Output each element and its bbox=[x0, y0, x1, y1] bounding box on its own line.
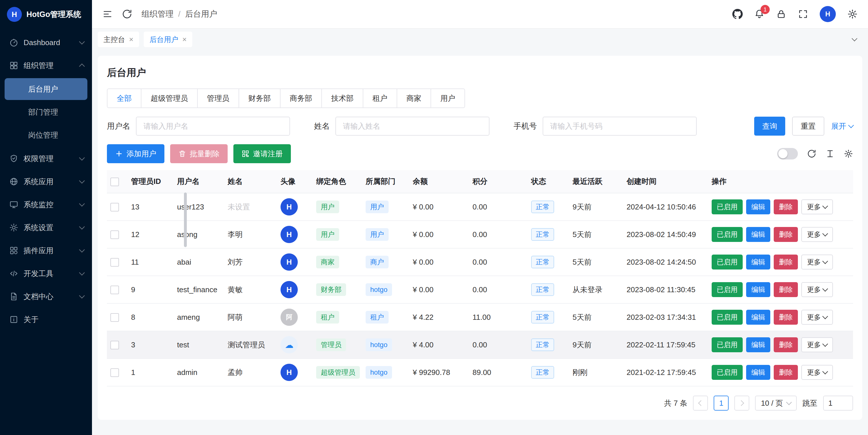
reset-button[interactable]: 重置 bbox=[792, 117, 824, 135]
delete-button[interactable]: 删除 bbox=[774, 365, 798, 380]
sidebar-item-positions[interactable]: 岗位管理 bbox=[5, 124, 87, 146]
sidebar-item-settings[interactable]: 系统设置 bbox=[0, 216, 92, 239]
invite-register-button[interactable]: 邀请注册 bbox=[234, 144, 291, 163]
row-checkbox[interactable] bbox=[111, 286, 119, 294]
row-checkbox[interactable] bbox=[111, 203, 119, 212]
delete-button[interactable]: 删除 bbox=[774, 227, 798, 242]
sidebar-item-monitoring[interactable]: 系统监控 bbox=[0, 193, 92, 216]
more-button[interactable]: 更多 bbox=[801, 365, 833, 380]
sidebar-item-departments[interactable]: 部门管理 bbox=[5, 101, 87, 123]
breadcrumb-item[interactable]: 后台用户 bbox=[185, 9, 217, 20]
notification-bell-icon[interactable]: 1 bbox=[754, 9, 765, 19]
delete-button[interactable]: 删除 bbox=[774, 282, 798, 297]
expand-link[interactable]: 展开 bbox=[831, 121, 853, 131]
more-button[interactable]: 更多 bbox=[801, 199, 833, 214]
role-tab-business[interactable]: 商务部 bbox=[280, 89, 322, 108]
sidebar-item-system-apps[interactable]: 系统应用 bbox=[0, 170, 92, 193]
breadcrumb-item[interactable]: 组织管理 bbox=[142, 9, 174, 20]
row-checkbox[interactable] bbox=[111, 368, 119, 377]
batch-delete-button[interactable]: 批量删除 bbox=[170, 144, 228, 163]
more-button[interactable]: 更多 bbox=[801, 337, 833, 352]
cell-name: 刘芳 bbox=[224, 248, 277, 276]
enabled-button[interactable]: 已启用 bbox=[712, 337, 743, 352]
cell-balance: ¥ 0.00 bbox=[409, 276, 469, 303]
role-tab-admin[interactable]: 管理员 bbox=[197, 89, 239, 108]
delete-button[interactable]: 删除 bbox=[774, 310, 798, 325]
enabled-button[interactable]: 已启用 bbox=[712, 282, 743, 297]
row-checkbox[interactable] bbox=[111, 230, 119, 239]
notification-badge: 1 bbox=[761, 5, 770, 14]
edit-button[interactable]: 编辑 bbox=[746, 282, 770, 297]
sidebar-item-about[interactable]: 关于 bbox=[0, 308, 92, 331]
role-tab-merchant[interactable]: 商家 bbox=[397, 89, 431, 108]
more-button[interactable]: 更多 bbox=[801, 254, 833, 270]
username-input[interactable] bbox=[136, 117, 290, 135]
github-icon[interactable] bbox=[732, 9, 743, 19]
sidebar-item-org[interactable]: 组织管理 bbox=[0, 54, 92, 77]
close-icon[interactable]: × bbox=[182, 36, 187, 43]
prev-page-button[interactable] bbox=[693, 396, 708, 411]
menu-collapse-icon[interactable] bbox=[102, 9, 113, 19]
role-tab-user[interactable]: 用户 bbox=[431, 89, 465, 108]
role-tab-tech[interactable]: 技术部 bbox=[321, 89, 363, 108]
column-header: 头像 bbox=[277, 170, 313, 193]
enabled-button[interactable]: 已启用 bbox=[712, 199, 743, 214]
density-icon[interactable] bbox=[826, 149, 835, 158]
phone-input[interactable] bbox=[542, 117, 697, 135]
close-icon[interactable]: × bbox=[129, 36, 133, 43]
sidebar-item-dev-tools[interactable]: 开发工具 bbox=[0, 262, 92, 285]
tab-backend-users[interactable]: 后台用户 × bbox=[144, 32, 192, 47]
cell-points: 89.00 bbox=[469, 359, 528, 386]
add-user-button[interactable]: 添加用户 bbox=[107, 144, 164, 163]
enabled-button[interactable]: 已启用 bbox=[712, 365, 743, 380]
reload-table-icon[interactable] bbox=[807, 149, 816, 158]
select-all-checkbox[interactable] bbox=[111, 178, 119, 186]
name-input[interactable] bbox=[335, 117, 490, 135]
lock-icon[interactable] bbox=[776, 9, 786, 19]
row-checkbox[interactable] bbox=[111, 258, 119, 267]
user-avatar[interactable]: H bbox=[820, 6, 836, 22]
row-checkbox[interactable] bbox=[111, 313, 119, 322]
settings-gear-icon[interactable] bbox=[847, 9, 858, 19]
next-page-button[interactable] bbox=[734, 396, 749, 411]
fullscreen-icon[interactable] bbox=[798, 9, 808, 19]
sidebar-item-dashboard[interactable]: Dashboard bbox=[0, 31, 92, 54]
role-tab-tenant[interactable]: 租户 bbox=[363, 89, 397, 108]
enabled-button[interactable]: 已启用 bbox=[712, 310, 743, 325]
edit-button[interactable]: 编辑 bbox=[746, 199, 770, 214]
enabled-button[interactable]: 已启用 bbox=[712, 254, 743, 270]
row-checkbox[interactable] bbox=[111, 341, 119, 349]
edit-button[interactable]: 编辑 bbox=[746, 365, 770, 380]
role-tab-super-admin[interactable]: 超级管理员 bbox=[141, 89, 198, 108]
scrollbar-thumb[interactable] bbox=[184, 192, 187, 247]
jump-to-input[interactable] bbox=[823, 396, 853, 411]
sidebar-item-backend-users[interactable]: 后台用户 bbox=[5, 78, 87, 100]
sidebar-item-docs[interactable]: 文档中心 bbox=[0, 285, 92, 308]
enabled-button[interactable]: 已启用 bbox=[712, 227, 743, 242]
tab-options-chevron-icon[interactable] bbox=[847, 32, 862, 47]
role-tab-all[interactable]: 全部 bbox=[107, 89, 142, 108]
sidebar-item-plugins[interactable]: 插件应用 bbox=[0, 239, 92, 262]
submenu-label: 部门管理 bbox=[28, 107, 58, 117]
column-settings-gear-icon[interactable] bbox=[844, 149, 853, 158]
tab-dashboard[interactable]: 主控台 × bbox=[98, 32, 139, 47]
more-button[interactable]: 更多 bbox=[801, 282, 833, 297]
more-button[interactable]: 更多 bbox=[801, 227, 833, 242]
search-button[interactable]: 查询 bbox=[754, 117, 785, 135]
delete-button[interactable]: 删除 bbox=[774, 337, 798, 352]
page-number-button[interactable]: 1 bbox=[714, 396, 728, 411]
edit-button[interactable]: 编辑 bbox=[746, 254, 770, 270]
cell-admin-id: 11 bbox=[128, 248, 174, 276]
page-size-select[interactable]: 10 / 页 bbox=[755, 396, 797, 411]
delete-button[interactable]: 删除 bbox=[774, 199, 798, 214]
striped-toggle[interactable] bbox=[777, 148, 798, 159]
sidebar-item-permissions[interactable]: 权限管理 bbox=[0, 147, 92, 170]
refresh-icon[interactable] bbox=[122, 9, 132, 19]
more-button[interactable]: 更多 bbox=[801, 310, 833, 325]
edit-button[interactable]: 编辑 bbox=[746, 337, 770, 352]
app-logo[interactable]: H HotGo管理系统 bbox=[0, 0, 92, 29]
edit-button[interactable]: 编辑 bbox=[746, 227, 770, 242]
role-tab-finance[interactable]: 财务部 bbox=[239, 89, 281, 108]
edit-button[interactable]: 编辑 bbox=[746, 310, 770, 325]
delete-button[interactable]: 删除 bbox=[774, 254, 798, 270]
